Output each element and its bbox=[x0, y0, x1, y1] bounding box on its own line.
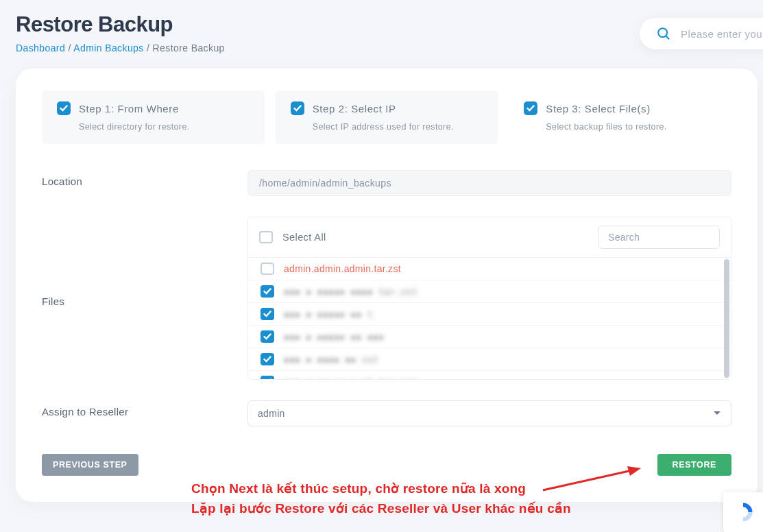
file-name: ▪▪▪ ▪ ▪▪▪▪▪ ▪▪ t bbox=[284, 309, 373, 319]
location-value: /home/admin/admin_backups bbox=[247, 170, 731, 196]
file-checkbox[interactable] bbox=[261, 353, 274, 365]
assign-label: Assign to Reseller bbox=[42, 400, 247, 418]
main-panel: Step 1: From WhereSelect directory for r… bbox=[16, 69, 758, 502]
file-row[interactable]: ▪▪▪ ▪ ▪▪▪▪▪ ▪▪ ▪▪▪ bbox=[248, 326, 731, 348]
check-icon bbox=[57, 101, 71, 115]
previous-step-button[interactable]: PREVIOUS STEP bbox=[42, 454, 138, 476]
global-search-input[interactable] bbox=[681, 28, 763, 40]
file-row[interactable]: admin.admin.admin.tar.zst bbox=[248, 258, 731, 280]
check-icon bbox=[291, 101, 304, 115]
file-row[interactable]: ▪▪▪ ▪ ▪▪ ▪▪ ▪ ▪l.tar.zst bbox=[248, 371, 731, 379]
svg-marker-3 bbox=[627, 466, 641, 476]
file-checkbox[interactable] bbox=[261, 330, 274, 343]
files-list[interactable]: admin.admin.admin.tar.zst▪▪▪ ▪ ▪▪▪▪▪ ▪▪▪… bbox=[248, 257, 731, 379]
page-title: Restore Backup bbox=[16, 12, 225, 37]
file-name: ▪▪▪ ▪ ▪▪ ▪▪ ▪ ▪l.tar.zst bbox=[284, 377, 417, 380]
breadcrumb: Dashboard / Admin Backups / Restore Back… bbox=[16, 43, 225, 53]
files-box: Select All admin.admin.admin.tar.zst▪▪▪ … bbox=[247, 217, 731, 380]
recaptcha-badge[interactable] bbox=[723, 492, 763, 532]
breadcrumb-current: Restore Backup bbox=[153, 43, 225, 53]
file-row[interactable]: ▪▪▪ ▪ ▪▪▪▪ ▪▪ zst bbox=[248, 348, 731, 371]
step-3[interactable]: Step 3: Select File(s)Select backup file… bbox=[509, 90, 731, 144]
breadcrumb-admin-backups[interactable]: Admin Backups bbox=[73, 43, 143, 53]
restore-button[interactable]: RESTORE bbox=[657, 454, 731, 476]
file-checkbox[interactable] bbox=[261, 285, 274, 298]
step-1[interactable]: Step 1: From WhereSelect directory for r… bbox=[42, 90, 265, 144]
file-name: ▪▪▪ ▪ ▪▪▪▪▪ ▪▪▪▪ tar.zst bbox=[284, 287, 417, 297]
assign-reseller-select[interactable]: admin bbox=[247, 400, 731, 426]
file-row[interactable]: ▪▪▪ ▪ ▪▪▪▪▪ ▪▪▪▪ tar.zst bbox=[248, 280, 731, 303]
global-search[interactable] bbox=[640, 18, 763, 49]
breadcrumb-dashboard[interactable]: Dashboard bbox=[16, 43, 65, 53]
file-row[interactable]: ▪▪▪ ▪ ▪▪▪▪▪ ▪▪ t bbox=[248, 303, 731, 326]
step-2[interactable]: Step 2: Select IPSelect IP address used … bbox=[276, 90, 498, 144]
file-checkbox[interactable] bbox=[261, 376, 274, 379]
check-icon bbox=[524, 101, 537, 115]
location-label: Location bbox=[42, 170, 247, 187]
file-checkbox[interactable] bbox=[261, 308, 274, 320]
files-label: Files bbox=[42, 290, 247, 307]
svg-line-1 bbox=[666, 36, 669, 39]
file-name: admin.admin.admin.tar.zst bbox=[284, 263, 401, 274]
svg-point-0 bbox=[658, 28, 667, 37]
recaptcha-icon bbox=[731, 500, 755, 524]
file-name: ▪▪▪ ▪ ▪▪▪▪ ▪▪ zst bbox=[284, 354, 378, 365]
select-all-checkbox[interactable] bbox=[259, 231, 273, 243]
file-name: ▪▪▪ ▪ ▪▪▪▪▪ ▪▪ ▪▪▪ bbox=[284, 332, 384, 342]
file-checkbox[interactable] bbox=[261, 263, 274, 275]
files-search-input[interactable] bbox=[598, 226, 720, 249]
assign-value: admin bbox=[258, 408, 285, 419]
select-all-label: Select All bbox=[282, 232, 326, 243]
instruction-note: Chọn Next là kết thúc setup, chờ restore… bbox=[191, 479, 571, 519]
chevron-down-icon bbox=[713, 411, 721, 416]
search-icon bbox=[656, 26, 671, 41]
